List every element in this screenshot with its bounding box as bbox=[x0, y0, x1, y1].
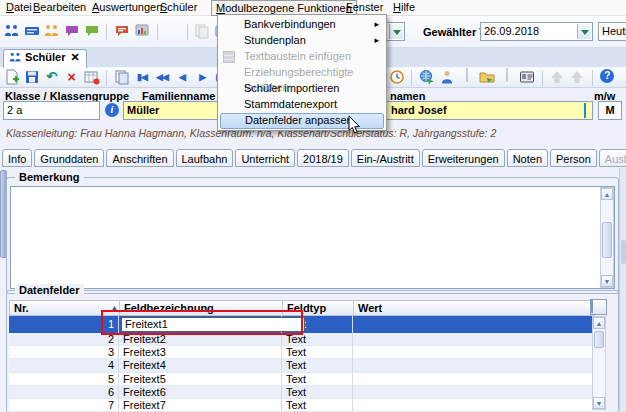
cell-typ: Text bbox=[282, 346, 353, 358]
table-row[interactable]: 4 Freitext4 Text bbox=[9, 359, 595, 372]
cell-feld: Freitext4 bbox=[119, 359, 282, 371]
table-row[interactable]: 5 Freitext5 Text bbox=[9, 373, 595, 386]
person-icon[interactable] bbox=[438, 69, 455, 86]
class-field[interactable]: 2 a bbox=[3, 101, 100, 120]
textbaustein-icon bbox=[223, 51, 235, 63]
menu-auswertungen[interactable]: Auswertungen bbox=[88, 0, 166, 16]
folder-export-icon[interactable] bbox=[478, 69, 495, 86]
students-icon[interactable] bbox=[3, 23, 20, 40]
chat-green-icon[interactable] bbox=[83, 23, 100, 40]
combo-arrow-icon[interactable] bbox=[389, 24, 403, 39]
outer-scrollbar[interactable] bbox=[619, 168, 626, 412]
cell-wert bbox=[353, 359, 595, 371]
copy-icon[interactable] bbox=[194, 23, 211, 40]
pie-chart-icon[interactable] bbox=[164, 23, 181, 40]
scrollbar-thumb[interactable] bbox=[602, 222, 612, 258]
cell-nr: 5 bbox=[9, 373, 119, 385]
menu-item-label: Stundenplan bbox=[244, 34, 306, 46]
students-yellow-icon[interactable] bbox=[43, 23, 60, 40]
scroll-up-icon[interactable]: ▲ bbox=[593, 317, 605, 329]
save-icon[interactable] bbox=[23, 69, 40, 86]
tab-schuljahr[interactable]: 2018/19 bbox=[297, 149, 349, 167]
menu-item-label: Datenfelder anpassen bbox=[245, 114, 353, 126]
date-picker[interactable]: 26.09.2018 bbox=[480, 22, 593, 41]
submenu-arrow-icon: ▸ bbox=[374, 33, 379, 48]
menu-schueler[interactable]: Schüler bbox=[156, 0, 201, 16]
sex-value: M bbox=[605, 104, 614, 116]
globe-export-icon[interactable] bbox=[418, 69, 435, 86]
table-row[interactable]: 7 Freitext7 Text bbox=[9, 399, 595, 412]
students-icon bbox=[8, 51, 22, 65]
new-record-icon[interactable] bbox=[3, 69, 20, 86]
toolbar-separator bbox=[157, 24, 158, 40]
cell-nr: 6 bbox=[9, 386, 119, 398]
family-name-field[interactable]: Müller bbox=[123, 101, 220, 120]
cell-typ: Text bbox=[282, 373, 353, 385]
menu-item-label: Stammdatenexport bbox=[244, 98, 337, 110]
tab-anschriften[interactable]: Anschriften bbox=[106, 149, 173, 167]
nav-back-icon[interactable]: ◀ bbox=[174, 69, 191, 86]
grid-icon[interactable] bbox=[458, 69, 475, 86]
menu-hilfe[interactable]: Hilfe bbox=[389, 0, 419, 16]
today-field[interactable]: Heute bbox=[598, 22, 626, 41]
arrow-up-icon[interactable] bbox=[549, 69, 566, 86]
date-value: 26.09.2018 bbox=[484, 25, 539, 37]
bemerkung-textarea[interactable]: ▲ ▼ bbox=[10, 186, 615, 289]
keyboard-icon[interactable] bbox=[23, 23, 40, 40]
scrollbar-thumb[interactable] bbox=[594, 331, 604, 348]
clock-icon[interactable] bbox=[388, 69, 405, 86]
tab-info[interactable]: Info bbox=[2, 149, 32, 167]
menu-item-bankverbindungen[interactable]: Bankverbindungen ▸ bbox=[220, 17, 384, 33]
copy-page-icon[interactable] bbox=[113, 69, 130, 86]
outer-scrollbar-thumb[interactable] bbox=[621, 240, 626, 264]
nav-fast-back-icon[interactable]: ◀◀ bbox=[154, 69, 171, 86]
doc-tab-schueler[interactable]: Schüler ✕ bbox=[3, 49, 87, 68]
menu-item-stammdatenexport[interactable]: Stammdatenexport bbox=[220, 97, 384, 113]
column-select-button[interactable] bbox=[590, 299, 607, 315]
chat-purple-icon[interactable] bbox=[63, 23, 80, 40]
scroll-down-icon[interactable]: ▼ bbox=[593, 397, 605, 409]
menu-bearbeiten[interactable]: Bearbeiten bbox=[29, 0, 90, 16]
edit-table-icon[interactable] bbox=[83, 69, 100, 86]
arrow-up-icon[interactable] bbox=[569, 69, 586, 86]
table-row[interactable]: 3 Freitext3 Text bbox=[9, 346, 595, 359]
table-row[interactable]: 6 Freitext6 Text bbox=[9, 386, 595, 399]
tab-person[interactable]: Person bbox=[550, 149, 597, 167]
close-icon[interactable]: ✕ bbox=[70, 51, 79, 63]
scroll-up-icon[interactable]: ▲ bbox=[601, 188, 613, 200]
delete-icon[interactable]: × bbox=[63, 69, 80, 86]
tab-laufbahn[interactable]: Laufbahn bbox=[176, 149, 234, 167]
info-icon[interactable]: i bbox=[105, 103, 119, 117]
chat-red-icon[interactable] bbox=[113, 23, 130, 40]
bemerkung-scrollbar[interactable]: ▲ ▼ bbox=[600, 187, 614, 288]
box-icon[interactable] bbox=[498, 69, 515, 86]
bemerkung-label: Bemerkung bbox=[15, 171, 84, 183]
id-card-icon[interactable] bbox=[518, 69, 535, 86]
help-icon[interactable]: ? bbox=[599, 69, 616, 86]
menu-item-stundenplan[interactable]: Stundenplan ▸ bbox=[220, 33, 384, 49]
cell-wert bbox=[353, 346, 595, 358]
tab-erweiterungen[interactable]: Erweiterungen bbox=[422, 149, 505, 167]
date-dropdown-icon[interactable] bbox=[577, 24, 591, 39]
cell-feld: Freitext3 bbox=[119, 346, 282, 358]
menu-item-schueler-importieren[interactable]: Schüler importieren bbox=[220, 81, 384, 97]
nav-forward-icon[interactable]: ▶ bbox=[194, 69, 211, 86]
cell-wert bbox=[353, 333, 595, 345]
mouse-cursor bbox=[348, 115, 361, 135]
tab-grunddaten[interactable]: Grunddaten bbox=[34, 149, 104, 167]
datenfelder-groupbox: Datenfelder Nr. ▲ Feldbezeichnung Feldty… bbox=[6, 290, 619, 412]
nav-first-icon[interactable]: ▮◀ bbox=[133, 69, 150, 86]
sex-field[interactable]: M bbox=[598, 101, 622, 120]
menu-item-label: Textbaustein einfügen bbox=[244, 50, 351, 62]
toolbar-separator bbox=[106, 70, 107, 86]
column-wert[interactable]: Wert bbox=[354, 301, 594, 315]
scroll-down-icon[interactable]: ▼ bbox=[601, 275, 613, 287]
undo-icon[interactable]: ↶ bbox=[43, 69, 60, 86]
tab-noten[interactable]: Noten bbox=[507, 149, 548, 167]
table-scrollbar[interactable]: ▲ ▼ bbox=[592, 316, 606, 410]
tab-ein-austritt[interactable]: Ein-/Austritt bbox=[351, 149, 420, 167]
report-print-icon[interactable] bbox=[133, 23, 150, 40]
annotation-red-box bbox=[101, 310, 303, 335]
tab-unterricht[interactable]: Unterricht bbox=[235, 149, 295, 167]
detail-tabs: Info Grunddaten Anschriften Laufbahn Unt… bbox=[2, 149, 626, 168]
